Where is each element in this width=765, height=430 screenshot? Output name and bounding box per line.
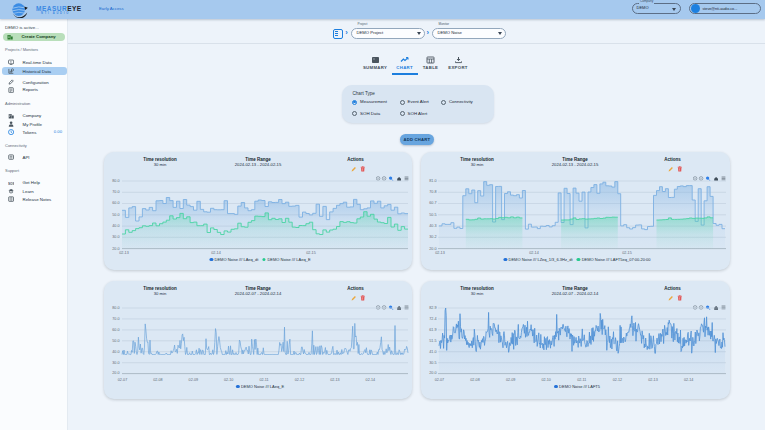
- svg-text:SOS: SOS: [8, 182, 14, 186]
